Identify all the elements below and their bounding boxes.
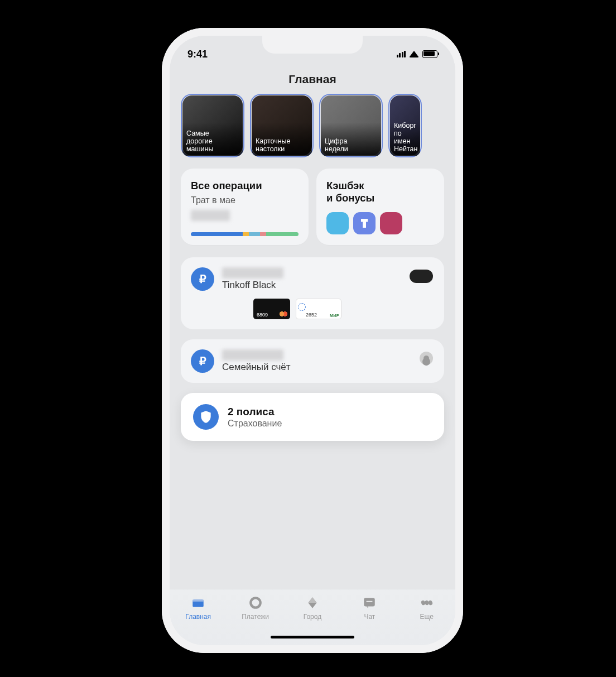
- card-last4: 2652: [306, 312, 317, 318]
- card-mini[interactable]: 6809: [253, 299, 290, 319]
- tab-more[interactable]: Еще: [405, 595, 449, 621]
- cashback-title: Кэшбэк и бонусы: [326, 180, 434, 204]
- battery-icon: [422, 50, 437, 58]
- tab-city[interactable]: Город: [291, 595, 334, 621]
- partner-icon: [380, 212, 402, 234]
- balance-blurred: [222, 267, 283, 279]
- spending-bar: [191, 232, 299, 236]
- shared-user-icon[interactable]: [420, 352, 433, 365]
- visibility-toggle[interactable]: [410, 270, 433, 283]
- svg-rect-3: [364, 598, 376, 606]
- partner-icon: [326, 212, 349, 234]
- home-indicator[interactable]: [271, 636, 354, 638]
- ruble-icon: ₽: [191, 349, 214, 373]
- card-last4: 6809: [257, 312, 268, 318]
- tab-label: Чат: [364, 613, 375, 621]
- wifi-icon: [409, 51, 419, 57]
- cell-signal-icon: [397, 51, 406, 57]
- chat-icon: [362, 595, 377, 611]
- mir-logo-icon: МИР: [330, 314, 339, 318]
- story-label: Карточные настолки: [256, 137, 309, 153]
- payments-icon: [248, 595, 263, 611]
- card-mini[interactable]: 2652 МИР: [296, 299, 341, 319]
- story-label: Самые дорогие машины: [186, 129, 240, 153]
- insurance-subtitle: Страхование: [228, 419, 282, 429]
- home-icon: [190, 595, 206, 611]
- account-name: Tinkoff Black: [222, 280, 434, 291]
- story-card[interactable]: Цифра недели: [319, 94, 383, 157]
- tab-home[interactable]: Главная: [176, 595, 220, 621]
- insurance-title: 2 полиса: [228, 406, 282, 418]
- ruble-icon: ₽: [191, 267, 214, 291]
- more-icon: [419, 595, 435, 611]
- phone-mockup: 9:41 Главная Самые дорогие машины Карточ…: [162, 28, 463, 653]
- insurance-card[interactable]: 2 полиса Страхование: [181, 393, 444, 441]
- stories-strip[interactable]: Самые дорогие машины Карточные настолки …: [170, 94, 455, 161]
- account-card-tinkoff-black[interactable]: ₽ Tinkoff Black 6809 2652 МИР: [181, 257, 444, 329]
- widgets-row: Все операции Трат в мае Кэшбэк и бонусы: [181, 169, 444, 245]
- tab-label: Еще: [420, 613, 434, 621]
- operations-widget[interactable]: Все операции Трат в мае: [181, 169, 309, 245]
- account-card-family[interactable]: ₽ Семейный счёт: [181, 339, 444, 383]
- tab-label: Город: [304, 613, 321, 621]
- shield-icon: [193, 404, 219, 430]
- svg-point-7: [428, 600, 433, 606]
- device-notch: [262, 36, 363, 54]
- operations-title: Все операции: [191, 180, 299, 192]
- story-label: Киборг по имен Нейтан: [394, 122, 417, 153]
- screen: 9:41 Главная Самые дорогие машины Карточ…: [170, 36, 455, 645]
- cards-row: 6809 2652 МИР: [253, 299, 434, 319]
- fuel-icon: [353, 212, 376, 234]
- status-time: 9:41: [187, 49, 208, 60]
- account-name: Семейный счёт: [222, 362, 434, 373]
- operations-subtitle: Трат в мае: [191, 195, 299, 205]
- story-card[interactable]: Самые дорогие машины: [181, 94, 244, 157]
- tab-bar: Главная Платежи Город Чат: [170, 589, 455, 645]
- tab-label: Платежи: [242, 613, 269, 621]
- cashback-partner-icons: [326, 212, 434, 234]
- city-icon: [305, 595, 320, 611]
- story-label: Цифра недели: [325, 137, 378, 153]
- tab-payments[interactable]: Платежи: [234, 595, 277, 621]
- tab-label: Главная: [185, 613, 211, 621]
- cashback-widget[interactable]: Кэшбэк и бонусы: [316, 169, 444, 245]
- spending-amount-blurred: [191, 210, 230, 221]
- story-card[interactable]: Карточные настолки: [250, 94, 314, 157]
- balance-blurred: [222, 349, 283, 361]
- status-icons: [397, 50, 438, 58]
- story-card[interactable]: Киборг по имен Нейтан: [388, 94, 422, 157]
- tab-chat[interactable]: Чат: [348, 595, 391, 621]
- svg-rect-4: [367, 601, 373, 602]
- page-title: Главная: [170, 69, 455, 94]
- svg-point-2: [251, 598, 260, 607]
- svg-rect-1: [192, 600, 204, 602]
